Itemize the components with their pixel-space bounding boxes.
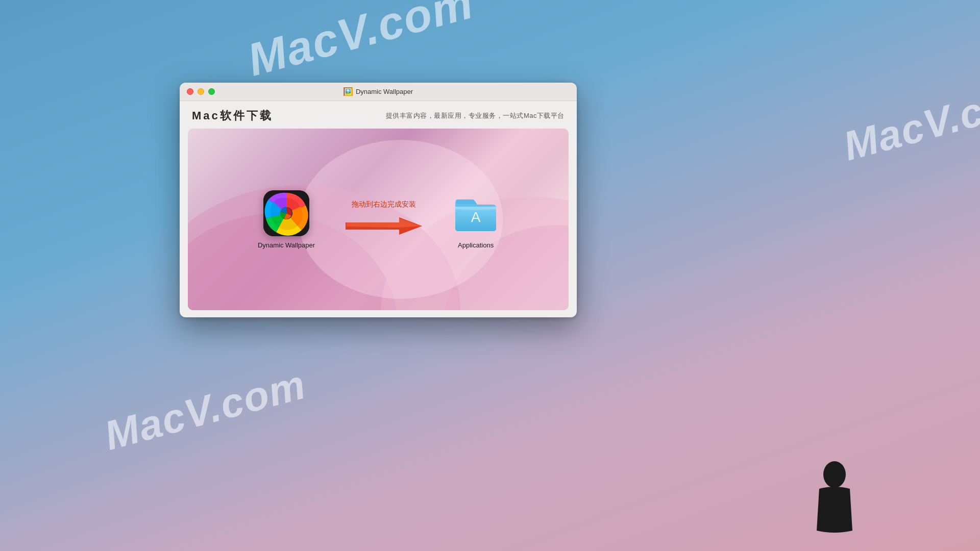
window-title-area: 🖼️ Dynamic Wallpaper (344, 87, 413, 96)
watermark-top: MacV.com (242, 0, 479, 87)
install-arrow-area: 拖动到右边完成安装 (346, 200, 422, 239)
maximize-button[interactable] (208, 88, 215, 95)
slogan-text: 提供丰富内容，最新应用，专业服务，一站式Mac下载平台 (386, 111, 565, 120)
close-button[interactable] (187, 88, 193, 95)
install-arrow-icon (346, 213, 422, 239)
window-icon: 🖼️ (344, 87, 353, 96)
minimize-button[interactable] (198, 88, 204, 95)
watermark-bottom-left: MacV.com (100, 361, 311, 460)
app-window: 🖼️ Dynamic Wallpaper Mac软件下载 提供丰富内容，最新应用… (180, 83, 577, 317)
dynamic-wallpaper-icon (263, 190, 309, 236)
brand-text: Mac软件下载 (192, 108, 273, 123)
dmg-content: Dynamic Wallpaper 拖动到右边完成安装 (188, 180, 569, 259)
dmg-installer-area: Dynamic Wallpaper 拖动到右边完成安装 (188, 129, 569, 310)
watermark-right: MacV.co (839, 81, 980, 170)
window-title: Dynamic Wallpaper (356, 88, 413, 95)
app-item-applications: A Applications (453, 190, 499, 249)
applications-label: Applications (458, 241, 494, 249)
window-header: Mac软件下载 提供丰富内容，最新应用，专业服务，一站式Mac下载平台 (180, 101, 577, 129)
svg-text:A: A (471, 209, 481, 225)
traffic-lights (187, 88, 215, 95)
titlebar: 🖼️ Dynamic Wallpaper (180, 83, 577, 101)
svg-marker-8 (347, 218, 421, 228)
svg-point-10 (823, 461, 846, 488)
person-silhouette (801, 459, 868, 551)
applications-folder-icon: A (453, 190, 499, 236)
app-item-dynamic-wallpaper: Dynamic Wallpaper (258, 190, 315, 249)
install-instruction-text: 拖动到右边完成安装 (352, 200, 416, 209)
app-name-label: Dynamic Wallpaper (258, 241, 315, 249)
